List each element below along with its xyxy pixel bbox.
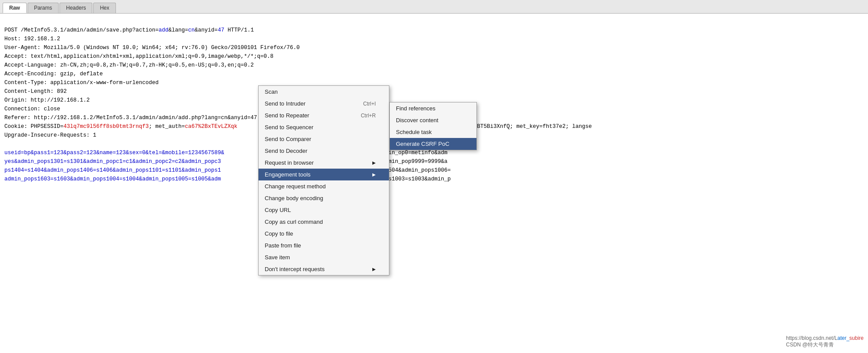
menu-label-engagement: Engagement tools xyxy=(265,171,311,178)
header-connection: Connection: close xyxy=(4,106,60,112)
menu-item-request-browser[interactable]: Request in browser ▶ xyxy=(259,157,389,169)
submenu-label-csrf: Generate CSRF PoC xyxy=(396,141,449,147)
menu-item-copy-file[interactable]: Copy to file xyxy=(259,228,389,240)
submenu-item-csrf[interactable]: Generate CSRF PoC xyxy=(390,138,476,150)
header-content-type: Content-Type: application/x-www-form-url… xyxy=(4,80,159,86)
header-content-len: Content-Length: 892 xyxy=(4,88,67,95)
menu-label-decoder: Send to Decoder xyxy=(265,148,308,154)
watermark-prefix: https://blog.csdn.net/L xyxy=(786,335,837,341)
menu-label-scan: Scan xyxy=(265,88,278,95)
header-useragent: User-Agent: Mozilla/5.0 (Windows NT 10.0… xyxy=(4,45,300,51)
submenu-item-discover[interactable]: Discover content xyxy=(390,114,476,126)
menu-item-paste-file[interactable]: Paste from file xyxy=(259,240,389,251)
tab-params[interactable]: Params xyxy=(28,3,59,13)
menu-item-dont-intercept[interactable]: Don't intercept requests ▶ xyxy=(259,263,389,275)
menu-item-copy-url[interactable]: Copy URL xyxy=(259,204,389,216)
shortcut-repeater: Ctrl+R xyxy=(361,113,376,119)
submenu-item-find-refs[interactable]: Find references xyxy=(390,102,476,114)
menu-item-change-method[interactable]: Change request method xyxy=(259,180,389,192)
tab-raw[interactable]: Raw xyxy=(3,3,27,13)
menu-label-copy-url: Copy URL xyxy=(265,207,291,213)
header-accept-enc: Accept-Encoding: gzip, deflate xyxy=(4,71,103,77)
watermark-line2: CSDN @特大号青青 xyxy=(786,341,864,349)
submenu-label-find-refs: Find references xyxy=(396,105,435,112)
menu-item-send-repeater[interactable]: Send to Repeater Ctrl+R xyxy=(259,109,389,121)
menu-label-change-encoding: Change body encoding xyxy=(265,195,323,201)
menu-label-dont-intercept: Don't intercept requests xyxy=(265,266,325,272)
menu-label-intruder: Send to Intruder xyxy=(265,100,305,107)
header-origin: Origin: http://192.168.1.2 xyxy=(4,97,90,103)
menu-label-change-method: Change request method xyxy=(265,183,326,190)
submenu-label-schedule: Schedule task xyxy=(396,129,432,135)
menu-item-send-comparer[interactable]: Send to Comparer xyxy=(259,133,389,145)
menu-item-send-sequencer[interactable]: Send to Sequencer xyxy=(259,121,389,133)
arrow-engagement: ▶ xyxy=(372,172,376,177)
header-accept: Accept: text/html,application/xhtml+xml,… xyxy=(4,53,273,60)
submenu-item-schedule[interactable]: Schedule task xyxy=(390,126,476,138)
menu-item-send-decoder[interactable]: Send to Decoder xyxy=(259,145,389,157)
menu-item-save-item[interactable]: Save item xyxy=(259,251,389,263)
menu-item-change-encoding[interactable]: Change body encoding xyxy=(259,192,389,204)
header-referer: Referer: http://192.168.1.2/MetInfo5.3.1… xyxy=(4,115,257,121)
tab-bar: Raw Params Headers Hex xyxy=(0,0,868,14)
watermark: https://blog.csdn.net/Later_subire CSDN … xyxy=(786,335,864,349)
menu-item-send-intruder[interactable]: Send to Intruder Ctrl+I xyxy=(259,98,389,109)
menu-item-engagement[interactable]: Engagement tools ▶ xyxy=(259,169,389,180)
menu-label-paste-file: Paste from file xyxy=(265,242,301,249)
menu-item-scan[interactable]: Scan xyxy=(259,86,389,98)
menu-label-copy-curl: Copy as curl command xyxy=(265,219,323,225)
menu-label-repeater: Send to Repeater xyxy=(265,112,309,119)
menu-label-comparer: Send to Comparer xyxy=(265,136,311,142)
menu-label-sequencer: Send to Sequencer xyxy=(265,124,313,131)
menu-label-copy-file: Copy to file xyxy=(265,230,293,237)
arrow-browser: ▶ xyxy=(372,160,376,165)
arrow-dont-intercept: ▶ xyxy=(372,267,376,272)
menu-item-copy-curl[interactable]: Copy as curl command xyxy=(259,216,389,228)
request-line: POST /MetInfo5.3.1/admin/admin/save.php?… xyxy=(4,27,254,33)
tab-headers[interactable]: Headers xyxy=(60,3,92,13)
watermark-line1: https://blog.csdn.net/Later_subire xyxy=(786,335,864,341)
submenu-engagement: Find references Discover content Schedul… xyxy=(389,102,477,150)
menu-label-save-item: Save item xyxy=(265,254,290,261)
main-container: Raw Params Headers Hex POST /MetInfo5.3.… xyxy=(0,0,868,353)
tab-hex[interactable]: Hex xyxy=(93,3,116,13)
watermark-blue: ater_ xyxy=(837,335,849,341)
submenu-label-discover: Discover content xyxy=(396,117,438,124)
header-upgrade: Upgrade-Insecure-Requests: 1 xyxy=(4,132,96,138)
header-host: Host: 192.168.1.2 xyxy=(4,36,60,42)
menu-label-browser: Request in browser xyxy=(265,159,314,166)
context-menu: Scan Send to Intruder Ctrl+I Send to Rep… xyxy=(258,85,389,275)
header-accept-lang: Accept-Language: zh-CN,zh;q=0.8,zh-TW;q=… xyxy=(4,62,254,68)
request-content: POST /MetInfo5.3.1/admin/admin/save.php?… xyxy=(0,14,868,353)
shortcut-intruder: Ctrl+I xyxy=(363,101,376,107)
watermark-red: subire xyxy=(849,335,864,341)
